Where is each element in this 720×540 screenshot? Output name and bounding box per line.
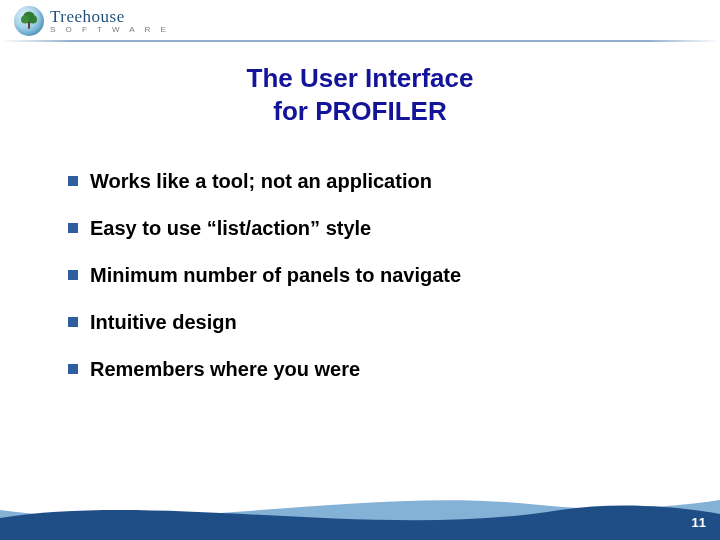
bullet-text: Easy to use “list/action” style — [90, 217, 371, 240]
header-divider — [0, 40, 720, 42]
list-item: Easy to use “list/action” style — [68, 217, 648, 240]
page-number: 11 — [692, 515, 706, 530]
bullet-square-icon — [68, 270, 78, 280]
brand-logo: Treehouse S O F T W A R E — [14, 6, 170, 36]
tree-icon — [20, 11, 38, 31]
list-item: Works like a tool; not an application — [68, 170, 648, 193]
bullet-text: Minimum number of panels to navigate — [90, 264, 461, 287]
bullet-square-icon — [68, 176, 78, 186]
bullet-text: Intuitive design — [90, 311, 237, 334]
bullet-square-icon — [68, 364, 78, 374]
bullet-text: Works like a tool; not an application — [90, 170, 432, 193]
slide-title: The User Interface for PROFILER — [0, 62, 720, 127]
bullet-text: Remembers where you were — [90, 358, 360, 381]
list-item: Minimum number of panels to navigate — [68, 264, 648, 287]
svg-point-2 — [29, 16, 37, 24]
title-line-1: The User Interface — [247, 63, 474, 93]
bullet-list: Works like a tool; not an application Ea… — [68, 170, 648, 405]
list-item: Intuitive design — [68, 311, 648, 334]
title-line-2: for PROFILER — [273, 96, 446, 126]
logo-name: Treehouse — [50, 8, 170, 25]
list-item: Remembers where you were — [68, 358, 648, 381]
svg-point-1 — [21, 16, 29, 24]
bullet-square-icon — [68, 223, 78, 233]
svg-rect-3 — [28, 22, 30, 29]
logo-globe-icon — [14, 6, 44, 36]
footer-wave — [0, 480, 720, 540]
bullet-square-icon — [68, 317, 78, 327]
logo-text: Treehouse S O F T W A R E — [50, 8, 170, 34]
slide: Treehouse S O F T W A R E The User Inter… — [0, 0, 720, 540]
logo-tagline: S O F T W A R E — [50, 26, 170, 34]
